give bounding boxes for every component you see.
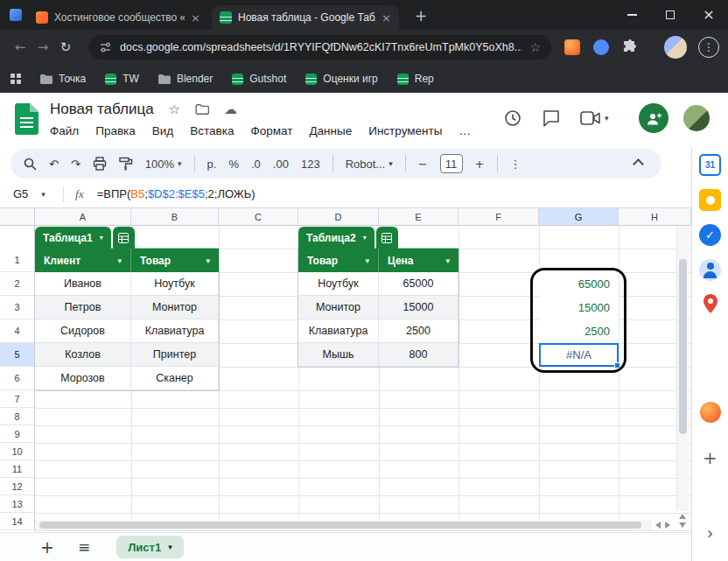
apps-grid-icon[interactable] <box>10 74 21 84</box>
row-header-5[interactable]: 5 <box>0 343 34 367</box>
currency-format-button[interactable]: р. <box>207 158 217 171</box>
new-tab-button[interactable]: + <box>410 6 432 25</box>
zoom-select[interactable]: 100% ▾ <box>145 158 182 171</box>
bookmark-tochka[interactable]: Точка <box>40 73 86 85</box>
cell-D3[interactable]: Монитор <box>298 296 379 319</box>
contacts-icon[interactable] <box>699 259 721 281</box>
cell-E4[interactable]: 2500 <box>379 319 458 343</box>
all-sheets-button[interactable]: ≡ <box>78 538 90 556</box>
scroll-down-icon[interactable] <box>679 522 686 528</box>
maps-icon[interactable] <box>699 292 721 314</box>
profile-avatar[interactable] <box>664 36 687 59</box>
bookmark-gutshot[interactable]: Gutshot <box>232 73 286 85</box>
cell-A4[interactable]: Сидоров <box>35 319 131 343</box>
reload-icon[interactable]: ↻ <box>54 39 77 55</box>
row-header-3[interactable]: 3 <box>0 296 34 319</box>
tasks-icon[interactable]: ✓ <box>699 224 721 246</box>
minimize-button[interactable] <box>612 0 651 29</box>
cell-B5[interactable]: Принтер <box>131 343 219 367</box>
column-header-G[interactable]: G <box>539 208 619 226</box>
table2-name-chip[interactable]: Таблица2 ▾ <box>298 227 374 249</box>
table1-header-product[interactable]: Товар ▾ <box>131 249 219 272</box>
cell-A5[interactable]: Козлов <box>35 343 131 367</box>
keep-icon[interactable] <box>699 189 721 211</box>
decrease-decimal-button[interactable]: .0 <box>251 158 261 171</box>
select-all-corner[interactable] <box>0 208 35 226</box>
name-box[interactable]: G5 ▾ <box>0 187 63 200</box>
horizontal-scrollbar-thumb[interactable] <box>39 522 641 529</box>
url-field[interactable]: docs.google.com/spreadsheets/d/1RYYIFQfD… <box>89 35 551 60</box>
cell-E5[interactable]: 800 <box>379 343 458 367</box>
row-header-4[interactable]: 4 <box>0 319 34 343</box>
browser-tab-hosting[interactable]: Хостинговое сообщество «Tim × <box>28 5 208 30</box>
cell-G4[interactable]: 2500 <box>539 319 619 343</box>
calendar-icon[interactable]: 31 <box>699 154 721 176</box>
table1-name-chip[interactable]: Таблица1 ▾ <box>35 227 111 249</box>
more-options-icon[interactable]: ⋮ <box>510 158 522 171</box>
row-header-13[interactable]: 13 <box>0 495 34 513</box>
addon-icon[interactable] <box>699 401 721 423</box>
version-history-icon[interactable] <box>503 109 522 128</box>
column-header-C[interactable]: C <box>219 208 298 226</box>
menu-file[interactable]: Файл <box>50 124 79 137</box>
add-panel-app-button[interactable]: + <box>699 446 721 468</box>
undo-icon[interactable]: ↶ <box>49 158 59 171</box>
close-window-button[interactable]: × <box>690 0 728 29</box>
table2-header-product[interactable]: Товар ▾ <box>298 249 379 272</box>
bookmark-star-icon[interactable]: ☆ <box>529 40 541 54</box>
cell-B3[interactable]: Монитор <box>131 296 219 319</box>
row-header-9[interactable]: 9 <box>0 425 34 443</box>
table2-menu-button[interactable] <box>376 227 398 249</box>
column-header-D[interactable]: D <box>298 208 379 226</box>
forward-icon[interactable]: → <box>32 39 54 55</box>
sheet-tab-list1[interactable]: Лист1 ▾ <box>116 536 183 558</box>
number-format-button[interactable]: 123 <box>301 158 320 171</box>
maximize-button[interactable] <box>651 0 690 29</box>
move-folder-icon[interactable] <box>195 104 209 115</box>
cell-B2[interactable]: Ноутбук <box>131 272 219 296</box>
column-header-B[interactable]: B <box>131 208 219 226</box>
font-select[interactable]: Robot... ▾ <box>346 158 393 171</box>
browser-tab-sheets[interactable]: Новая таблица - Google Табл × <box>212 5 399 30</box>
share-button[interactable] <box>639 103 668 133</box>
increase-font-size-button[interactable]: + <box>475 158 485 171</box>
column-header-A[interactable]: A <box>35 208 131 226</box>
scroll-right-icon[interactable] <box>665 522 670 529</box>
extensions-puzzle-icon[interactable] <box>622 39 638 55</box>
extension-orange-icon[interactable] <box>564 39 580 55</box>
cell-D2[interactable]: Ноутбук <box>298 272 379 296</box>
column-header-F[interactable]: F <box>458 208 539 226</box>
scroll-left-icon[interactable] <box>655 522 661 529</box>
bookmark-ocenki-igr[interactable]: Оценки игр <box>305 73 377 85</box>
table2-header-price[interactable]: Цена ▾ <box>379 249 458 272</box>
cell-D4[interactable]: Клавиатура <box>298 319 379 343</box>
bookmark-blender[interactable]: Blender <box>158 73 213 85</box>
vertical-scrollbar-thumb[interactable] <box>679 259 687 434</box>
row-header-12[interactable]: 12 <box>0 478 34 495</box>
cell-G2[interactable]: 65000 <box>539 272 619 296</box>
collapse-menus-icon[interactable] <box>633 158 644 170</box>
filter-caret-icon[interactable]: ▾ <box>206 256 210 265</box>
row-header-6[interactable]: 6 <box>0 367 34 390</box>
menu-overflow[interactable]: … <box>458 124 471 137</box>
meet-button[interactable]: ▾ <box>580 110 609 126</box>
column-header-H[interactable]: H <box>619 208 691 226</box>
redo-icon[interactable]: ↷ <box>71 158 80 171</box>
collapse-panel-icon[interactable]: › <box>699 522 721 543</box>
bookmark-rep[interactable]: Rep <box>397 73 434 85</box>
paint-format-icon[interactable] <box>119 157 133 171</box>
menu-tools[interactable]: Инструменты <box>368 124 442 137</box>
filter-caret-icon[interactable]: ▾ <box>445 256 450 265</box>
percent-format-button[interactable]: % <box>228 158 239 171</box>
cell-E3[interactable]: 15000 <box>379 296 458 319</box>
add-sheet-button[interactable]: + <box>40 537 54 557</box>
font-size-input[interactable]: 11 <box>440 154 463 173</box>
menu-insert[interactable]: Вставка <box>190 124 234 137</box>
bookmark-tw[interactable]: TW <box>105 73 139 85</box>
cell-A6[interactable]: Морозов <box>35 367 131 390</box>
fill-handle[interactable] <box>614 362 620 368</box>
column-header-E[interactable]: E <box>379 208 458 226</box>
table1-header-client[interactable]: Клиент ▾ <box>35 249 131 272</box>
table1-menu-button[interactable] <box>113 227 135 249</box>
back-icon[interactable]: ← <box>9 39 32 55</box>
